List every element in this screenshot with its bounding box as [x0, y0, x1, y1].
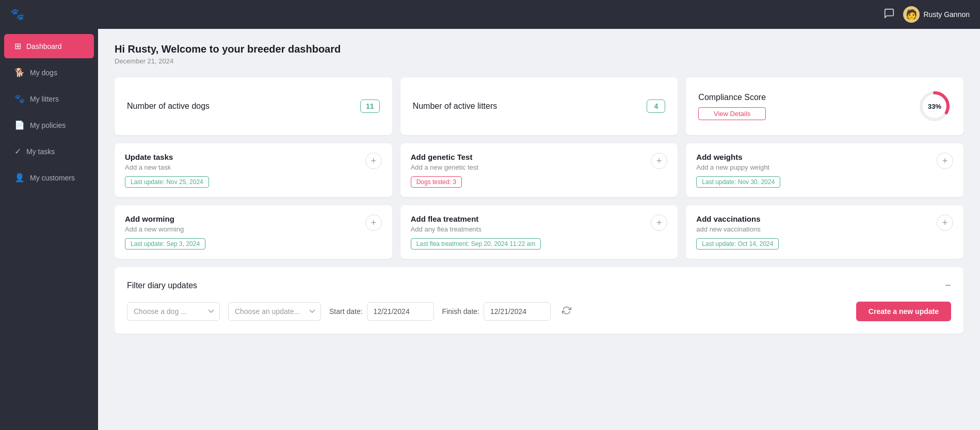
action-card-info: Update tasks Add a new task Last update:… [125, 153, 359, 188]
dashboard-icon: ⊞ [14, 41, 21, 51]
action-card: Add worming Add a new worming Last updat… [115, 205, 392, 259]
compliance-label: Compliance Score [698, 93, 766, 102]
compliance-chart: 33% [918, 90, 951, 123]
messages-icon[interactable] [883, 8, 895, 22]
action-badge: Last update: Nov 30, 2024 [696, 176, 780, 188]
action-card: Add vaccinations add new vaccinations La… [686, 205, 963, 259]
action-card-info: Add flea treatment Add any flea treatmen… [411, 214, 645, 250]
page-title: Hi Rusty, Welcome to your breeder dashbo… [115, 43, 963, 55]
action-badge: Last update: Oct 14, 2024 [696, 238, 779, 250]
action-card-title: Add vaccinations [696, 214, 930, 223]
action-card-info: Add weights Add a new puppy weight Last … [696, 153, 930, 188]
active-dogs-card: Number of active dogs 11 [115, 77, 392, 135]
user-name: Rusty Gannon [924, 10, 970, 19]
sidebar-label-tasks: My tasks [26, 147, 55, 156]
action-card: Add weights Add a new puppy weight Last … [686, 143, 963, 197]
add-button[interactable]: + [651, 214, 667, 231]
user-profile[interactable]: 🧑 Rusty Gannon [903, 6, 970, 23]
action-card-info: Add worming Add a new worming Last updat… [125, 214, 359, 250]
page-date: December 21, 2024 [115, 57, 963, 65]
sidebar-item-my-litters[interactable]: 🐾 My litters [4, 87, 94, 111]
active-dogs-value: 11 [360, 100, 380, 113]
sidebar-label-customers: My customers [30, 174, 75, 182]
action-card-subtitle: add new vaccinations [696, 225, 930, 233]
action-card: Add flea treatment Add any flea treatmen… [400, 205, 678, 259]
action-card-title: Add genetic Test [411, 153, 645, 161]
sidebar-label-policies: My policies [30, 121, 66, 129]
sidebar-label-dashboard: Dashboard [26, 42, 62, 51]
compliance-percent: 33% [928, 103, 941, 110]
sidebar: ⊞ Dashboard 🐕 My dogs 🐾 My litters 📄 My … [0, 29, 98, 430]
action-card: Update tasks Add a new task Last update:… [115, 143, 392, 197]
action-card: Add genetic Test Add a new genetic test … [400, 143, 678, 197]
action-card-subtitle: Add a new task [125, 163, 359, 171]
page-header: Hi Rusty, Welcome to your breeder dashbo… [115, 43, 963, 65]
active-litters-label: Number of active litters [413, 102, 497, 111]
action-card-subtitle: Add any flea treatments [411, 225, 645, 233]
dogs-icon: 🐕 [14, 68, 25, 77]
sidebar-item-my-policies[interactable]: 📄 My policies [4, 113, 94, 137]
avatar: 🧑 [903, 6, 920, 23]
add-button[interactable]: + [651, 153, 667, 169]
tasks-icon: ✓ [14, 146, 21, 156]
top-navigation: 🐾 🧑 Rusty Gannon [0, 0, 980, 29]
start-date-label: Start date: [329, 307, 363, 316]
add-button[interactable]: + [937, 214, 953, 231]
action-badge: Last flea treatment: Sep 20, 2024 11:22 … [411, 238, 541, 250]
action-card-subtitle: Add a new genetic test [411, 163, 645, 171]
sidebar-item-dashboard[interactable]: ⊞ Dashboard [4, 34, 94, 58]
action-badge: Dogs tested: 3 [411, 176, 462, 188]
action-card-title: Add weights [696, 153, 930, 161]
action-card-info: Add genetic Test Add a new genetic test … [411, 153, 645, 188]
filter-section: Filter diary updates − Choose a dog ... … [115, 267, 963, 334]
start-date-input[interactable] [367, 302, 434, 321]
main-content: Hi Rusty, Welcome to your breeder dashbo… [98, 29, 980, 430]
update-select[interactable]: Choose an update... [228, 302, 321, 321]
sidebar-item-my-tasks[interactable]: ✓ My tasks [4, 139, 94, 163]
view-details-button[interactable]: View Details [698, 107, 766, 120]
action-card-title: Update tasks [125, 153, 359, 161]
sidebar-item-my-customers[interactable]: 👤 My customers [4, 166, 94, 190]
app-logo: 🐾 [10, 8, 24, 21]
actions-row-1: Update tasks Add a new task Last update:… [115, 143, 963, 197]
policies-icon: 📄 [14, 120, 25, 130]
sidebar-label-litters: My litters [30, 95, 59, 103]
finish-date-input[interactable] [484, 302, 551, 321]
refresh-button[interactable] [559, 303, 574, 321]
add-button[interactable]: + [937, 153, 953, 169]
action-card-info: Add vaccinations add new vaccinations La… [696, 214, 930, 250]
finish-date-label: Finish date: [442, 307, 479, 316]
active-dogs-label: Number of active dogs [127, 102, 210, 111]
action-card-title: Add worming [125, 214, 359, 223]
action-card-subtitle: Add a new worming [125, 225, 359, 233]
dog-select[interactable]: Choose a dog ... [127, 302, 220, 321]
create-update-button[interactable]: Create a new update [856, 302, 951, 321]
action-badge: Last update: Sep 3, 2024 [125, 238, 205, 250]
actions-row-2: Add worming Add a new worming Last updat… [115, 205, 963, 259]
add-button[interactable]: + [365, 153, 382, 169]
action-badge: Last update: Nov 25, 2024 [125, 176, 209, 188]
stats-row: Number of active dogs 11 Number of activ… [115, 77, 963, 135]
active-litters-value: 4 [647, 100, 665, 113]
compliance-card: Compliance Score View Details 33% [686, 77, 963, 135]
customers-icon: 👤 [14, 173, 25, 183]
action-card-title: Add flea treatment [411, 214, 645, 223]
action-card-subtitle: Add a new puppy weight [696, 163, 930, 171]
sidebar-label-dogs: My dogs [30, 69, 57, 77]
sidebar-item-my-dogs[interactable]: 🐕 My dogs [4, 60, 94, 85]
active-litters-card: Number of active litters 4 [400, 77, 678, 135]
litters-icon: 🐾 [14, 94, 25, 104]
filter-title: Filter diary updates [127, 281, 197, 290]
add-button[interactable]: + [365, 214, 382, 231]
collapse-icon[interactable]: − [945, 279, 951, 291]
